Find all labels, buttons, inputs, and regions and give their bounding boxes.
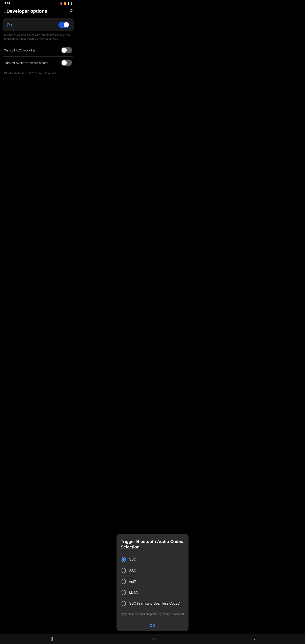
top-bar: ‹ Developer options ⚲ — [0, 6, 76, 16]
on-label: On — [7, 23, 12, 27]
developer-options-toggle[interactable] — [58, 22, 70, 28]
bottom-peek-label: Bluetooth Audio LDAC Codec: Playback — [4, 72, 57, 75]
setting-label-a2dp: Turn off A2DP hardware offload — [4, 60, 61, 65]
partial-description-row: In case of volume issues with remote dev… — [0, 33, 76, 42]
toggle-a2dp[interactable] — [61, 60, 72, 66]
toggle-thumb — [64, 22, 69, 27]
signal-icon: ▐ — [67, 2, 69, 5]
status-time: 11:24 — [4, 2, 10, 5]
toggle-avc[interactable] — [61, 47, 72, 54]
status-icons: 🔇 📶 ▐ 🔋 — [60, 2, 73, 5]
setting-row-a2dp[interactable]: Turn off A2DP hardware offload — [4, 56, 73, 69]
bottom-peek-text: Bluetooth Audio LDAC Codec: Playback — [0, 69, 76, 78]
setting-label-text-avc: Turn off AVC block list — [4, 48, 61, 52]
mute-icon: 🔇 — [60, 2, 63, 5]
partial-description-text: In case of volume issues with remote dev… — [4, 33, 72, 41]
search-button[interactable]: ⚲ — [70, 8, 73, 14]
page-title: Developer options — [6, 8, 47, 14]
settings-list: Turn off AVC block list Turn off A2DP ha… — [0, 44, 76, 69]
wifi-icon: 📶 — [64, 2, 66, 5]
back-button[interactable]: ‹ — [4, 9, 5, 14]
status-bar: 11:24 🔇 📶 ▐ 🔋 — [0, 0, 76, 6]
setting-row-avc[interactable]: Turn off AVC block list — [4, 44, 73, 56]
battery-icon: 🔋 — [70, 2, 73, 5]
top-bar-left: ‹ Developer options — [4, 8, 47, 14]
setting-label-text-a2dp: Turn off A2DP hardware offload — [4, 60, 61, 65]
setting-label-avc: Turn off AVC block list — [4, 48, 61, 52]
toggle-thumb-a2dp — [62, 60, 67, 65]
developer-options-toggle-row[interactable]: On — [2, 18, 74, 31]
toggle-thumb-avc — [62, 48, 67, 53]
